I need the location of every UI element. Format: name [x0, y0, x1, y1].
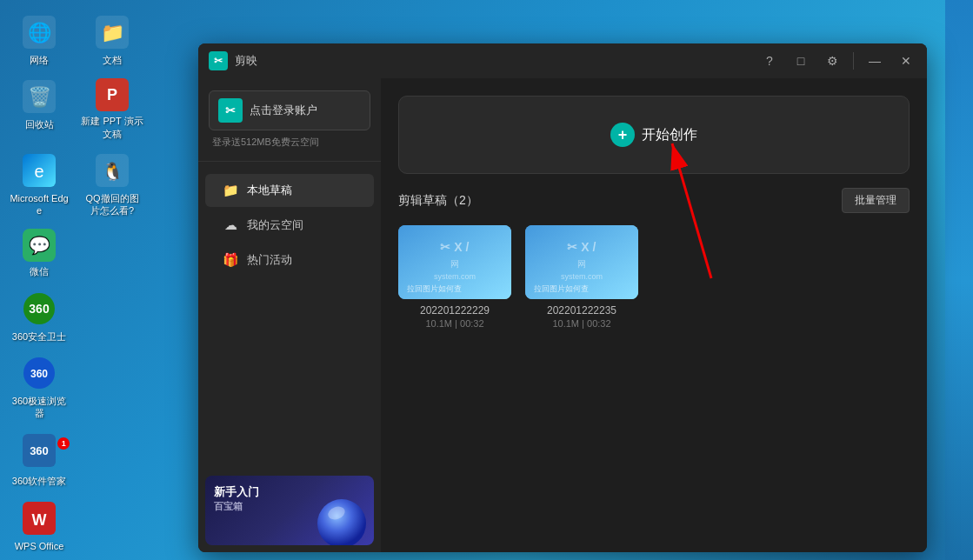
create-plus-icon: +	[610, 123, 635, 147]
desktop-icon-wechat[interactable]: 💬 微信	[4, 223, 74, 283]
sidebar-banner[interactable]: 新手入门 百宝箱	[205, 476, 374, 545]
svg-point-18	[317, 499, 366, 545]
svg-text:网: 网	[577, 259, 586, 269]
banner-text: 新手入门 百宝箱	[214, 484, 259, 514]
network-icon-label: 网络	[30, 54, 49, 66]
qq-icon: 🐧	[94, 152, 130, 189]
settings-button[interactable]: ⚙	[818, 47, 846, 75]
user-bonus-text: 登录送512MB免费云空间	[209, 136, 370, 149]
svg-text:🌐: 🌐	[28, 21, 52, 44]
draft-1-date: 202201222229	[420, 304, 490, 317]
svg-text:拉回图片如何查: 拉回图片如何查	[407, 284, 462, 293]
svg-text:拉回图片如何查: 拉回图片如何查	[534, 284, 589, 293]
batch-manage-button[interactable]: 批量管理	[842, 188, 910, 213]
banner-main-text: 新手入门	[214, 485, 259, 498]
sidebar: ✂ 点击登录账户 登录送512MB免费云空间 📁 本地草稿 ☁ 我的云空间	[198, 78, 381, 552]
svg-text:e: e	[34, 162, 43, 181]
recycle-icon: 🗑️	[21, 78, 57, 115]
svg-text:system.com: system.com	[434, 272, 476, 281]
ppt-icon-label: 新建 PPT 演示文稿	[81, 115, 143, 140]
360mgr-icon-label: 360软件管家	[12, 476, 66, 486]
cloud-space-icon: ☁	[223, 217, 238, 233]
draft-2-meta: 10.1M | 00:32	[552, 318, 610, 329]
desktop-icon-360browser[interactable]: 360 360极速浏览器	[4, 350, 74, 425]
edge-icon-label: Microsoft Edge	[8, 192, 70, 217]
desktop-icon-360mgr[interactable]: 360 360软件管家 1	[4, 427, 74, 493]
draft-item-1[interactable]: ✂ X / 网 system.com 拉回图片如何查 202201222229 …	[398, 225, 511, 329]
app-logo-icon: ✂	[209, 51, 228, 70]
drafts-section: 剪辑草稿（2） 批量管理	[398, 188, 910, 535]
ppt-icon: P	[96, 78, 129, 111]
wps-icon-label: WPS Office	[15, 540, 64, 552]
cloud-space-label: 我的云空间	[247, 217, 303, 233]
svg-text:✂ X /: ✂ X /	[567, 240, 596, 254]
sidebar-item-local-draft[interactable]: 📁 本地草稿	[205, 174, 374, 207]
app-window: ✂ 剪映 ? □ ⚙ — ✕	[198, 43, 927, 552]
help-button[interactable]: ?	[756, 47, 783, 75]
drafts-header: 剪辑草稿（2） 批量管理	[398, 188, 910, 213]
draft-1-meta: 10.1M | 00:32	[425, 318, 483, 329]
desktop-icon-ppt[interactable]: P 新建 PPT 演示文稿	[77, 73, 147, 145]
title-bar-controls: ? □ ⚙ — ✕	[756, 43, 920, 78]
wechat-icon: 💬	[23, 229, 56, 262]
svg-text:W: W	[32, 511, 47, 529]
recycle-icon-label: 回收站	[25, 118, 54, 130]
svg-text:网: 网	[450, 259, 459, 269]
draft-thumbnail-1-svg: ✂ X / 网 system.com 拉回图片如何查	[398, 225, 511, 299]
docs-icon: 📁	[94, 14, 130, 50]
minimize-button[interactable]: —	[861, 47, 889, 75]
user-login-area: ✂ 点击登录账户 登录送512MB免费云空间	[198, 78, 381, 162]
title-bar-logo: ✂ 剪映	[209, 51, 257, 70]
create-label: 开始创作	[642, 126, 697, 144]
drafts-grid: ✂ X / 网 system.com 拉回图片如何查 202201222229 …	[398, 225, 910, 329]
app-body: ✂ 点击登录账户 登录送512MB免费云空间 📁 本地草稿 ☁ 我的云空间	[198, 78, 927, 552]
drafts-title: 剪辑草稿（2）	[398, 193, 478, 209]
close-button[interactable]: ✕	[892, 47, 920, 75]
draft-thumbnail-1: ✂ X / 网 system.com 拉回图片如何查	[398, 225, 511, 299]
network-icon: 🌐	[21, 14, 57, 50]
desktop-icon-qq[interactable]: 🐧 QQ撤回的图片怎么看?	[77, 147, 147, 223]
title-bar: ✂ 剪映 ? □ ⚙ — ✕	[198, 43, 927, 78]
feedback-button[interactable]: □	[787, 47, 815, 75]
title-separator	[853, 52, 854, 70]
main-content: + 开始创作 剪辑草稿（2） 批量管理	[381, 78, 927, 552]
wechat-icon-label: 微信	[30, 265, 49, 277]
banner-sub-text: 百宝箱	[214, 500, 259, 513]
svg-text:✂ X /: ✂ X /	[440, 240, 469, 254]
create-button-inner: + 开始创作	[610, 123, 697, 147]
desktop-icon-360safe[interactable]: 360 360安全卫士	[4, 285, 74, 348]
svg-text:🐧: 🐧	[102, 161, 123, 182]
user-login-label: 点击登录账户	[250, 103, 317, 118]
360safe-icon: 360	[21, 290, 57, 327]
draft-item-2[interactable]: ✂ X / 网 system.com 拉回图片如何查 202201222235 …	[525, 225, 638, 329]
draft-thumbnail-2-svg: ✂ X / 网 system.com 拉回图片如何查	[525, 225, 638, 299]
create-banner[interactable]: + 开始创作	[398, 96, 910, 174]
svg-text:360: 360	[30, 368, 48, 380]
svg-text:📁: 📁	[101, 21, 125, 44]
local-draft-label: 本地草稿	[247, 183, 292, 198]
desktop: 🌐 网络 📁 文档	[0, 0, 973, 560]
draft-thumbnail-2: ✂ X / 网 system.com 拉回图片如何查	[525, 225, 638, 299]
desktop-icon-network[interactable]: 🌐 网络	[4, 9, 74, 71]
hot-events-label: 热门活动	[247, 252, 292, 268]
user-login-button[interactable]: ✂ 点击登录账户	[209, 90, 370, 130]
sidebar-item-cloud-space[interactable]: ☁ 我的云空间	[205, 209, 374, 242]
desktop-icon-docs[interactable]: 📁 文档	[77, 9, 147, 71]
360mgr-icon: 360	[21, 432, 57, 469]
desktop-icon-edge[interactable]: e Microsoft Edge	[4, 147, 74, 223]
360browser-icon-label: 360极速浏览器	[8, 395, 70, 420]
svg-text:system.com: system.com	[561, 272, 603, 281]
banner-decoration-svg	[314, 480, 370, 545]
svg-text:360: 360	[30, 444, 49, 457]
sidebar-item-hot-events[interactable]: 🎁 热门活动	[205, 243, 374, 277]
desktop-icon-recycle[interactable]: 🗑️ 回收站	[4, 73, 74, 145]
sidebar-nav: 📁 本地草稿 ☁ 我的云空间 🎁 热门活动	[198, 162, 381, 469]
desktop-right-bar	[945, 0, 973, 560]
hot-events-icon: 🎁	[223, 252, 238, 268]
docs-icon-label: 文档	[103, 54, 122, 66]
user-avatar-icon: ✂	[218, 98, 243, 123]
svg-text:🗑️: 🗑️	[28, 85, 52, 109]
qq-icon-label: QQ撤回的图片怎么看?	[81, 192, 143, 217]
desktop-icon-wps[interactable]: W WPS Office	[4, 495, 74, 557]
svg-text:360: 360	[29, 302, 50, 316]
